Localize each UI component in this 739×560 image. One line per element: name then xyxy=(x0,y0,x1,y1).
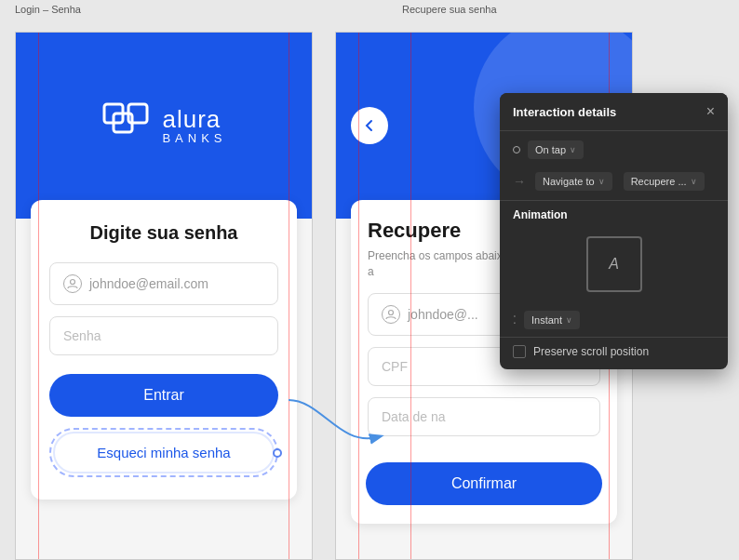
close-button[interactable]: × xyxy=(706,104,715,119)
date-placeholder: Data de na xyxy=(382,409,446,424)
login-card: Digite sua senha johndoe@email.com Senha xyxy=(31,200,297,500)
panel-header: Interaction details × xyxy=(500,93,728,130)
panel-title: Interaction details xyxy=(513,105,616,119)
password-input[interactable]: Senha xyxy=(49,316,278,355)
preserve-scroll-label: Preserve scroll position xyxy=(533,345,649,358)
animation-preview: A xyxy=(500,225,728,303)
back-button[interactable] xyxy=(351,107,388,144)
animation-section-header: Animation xyxy=(500,201,728,225)
animation-box: A xyxy=(586,236,642,292)
login-title: Digite sua senha xyxy=(49,222,278,244)
confirmar-button[interactable]: Confirmar xyxy=(366,462,602,505)
email-input[interactable]: johndoe@email.com xyxy=(49,262,278,305)
navigate-chevron: ∨ xyxy=(598,177,605,186)
trigger-chip[interactable]: On tap ∨ xyxy=(528,140,584,159)
recover-email-value: johndoe@... xyxy=(408,307,478,322)
navigate-chip[interactable]: Navigate to ∨ xyxy=(535,172,612,191)
interaction-panel: Interaction details × On tap ∨ → Navigat… xyxy=(500,93,728,369)
preserve-scroll-row: Preserve scroll position xyxy=(500,338,728,369)
logo-banks: BANKS xyxy=(162,131,226,145)
logo: alura BANKS xyxy=(101,100,226,151)
password-placeholder: Senha xyxy=(63,328,101,343)
entrar-button[interactable]: Entrar xyxy=(49,374,278,417)
instant-chevron: ∨ xyxy=(566,315,572,325)
connector-dot xyxy=(273,448,282,458)
user-svg xyxy=(67,278,78,289)
navigate-label: Navigate to xyxy=(543,176,595,187)
instant-icon: ⁚ xyxy=(513,313,518,327)
logo-icon xyxy=(101,100,151,151)
user-icon-2 xyxy=(382,305,400,324)
logo-text: alura BANKS xyxy=(162,107,226,145)
user-svg-2 xyxy=(385,309,396,320)
cpf-placeholder: CPF xyxy=(382,359,408,374)
screen1-header: alura BANKS xyxy=(16,33,312,219)
preserve-scroll-checkbox[interactable] xyxy=(513,345,526,358)
instant-row: ⁚ Instant ∨ xyxy=(500,303,728,337)
back-arrow-icon xyxy=(362,118,377,133)
trigger-row: On tap ∨ xyxy=(500,131,728,168)
esqueci-wrapper: Esqueci minha senha xyxy=(49,428,278,477)
svg-point-4 xyxy=(389,310,394,314)
navigate-row: → Navigate to ∨ Recupere ... ∨ xyxy=(500,168,728,200)
destination-chevron: ∨ xyxy=(691,177,697,186)
destination-label: Recupere ... xyxy=(631,176,687,187)
instant-chip[interactable]: Instant ∨ xyxy=(524,311,580,329)
email-value: johndoe@email.com xyxy=(89,276,208,291)
destination-chip[interactable]: Recupere ... ∨ xyxy=(624,172,705,191)
navigate-arrow-icon: → xyxy=(513,174,526,189)
trigger-dot xyxy=(513,146,520,153)
trigger-chevron: ∨ xyxy=(570,145,576,154)
user-icon xyxy=(63,274,82,293)
svg-point-3 xyxy=(71,280,75,285)
esqueci-button[interactable]: Esqueci minha senha xyxy=(53,432,275,473)
screen1: alura BANKS Digite sua senha jo xyxy=(15,32,313,560)
trigger-label: On tap xyxy=(535,144,566,155)
date-input[interactable]: Data de na xyxy=(368,397,600,436)
logo-alura: alura xyxy=(162,107,226,131)
instant-label: Instant xyxy=(531,314,562,326)
